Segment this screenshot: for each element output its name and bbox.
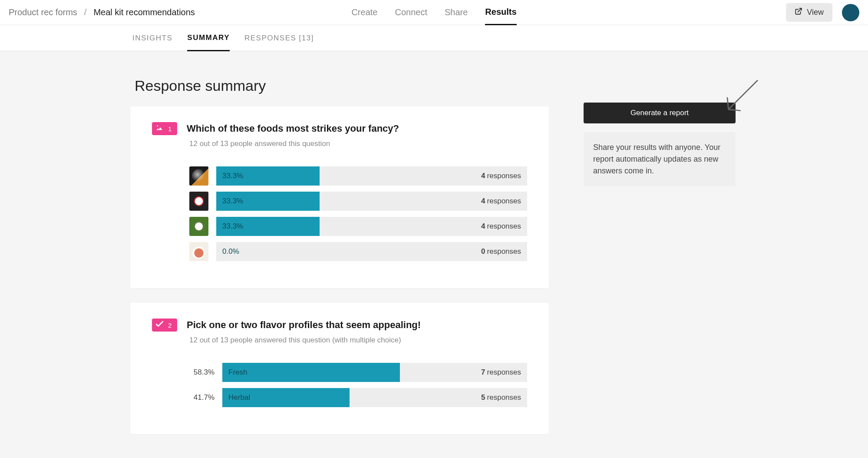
option-label: Fresh bbox=[228, 368, 247, 377]
question-badge: 1 bbox=[152, 122, 177, 135]
annotation-arrow-icon bbox=[720, 77, 762, 116]
question-options: 58.3% Fresh 7responses 41.7% bbox=[189, 363, 527, 407]
option-thumbnail[interactable] bbox=[189, 166, 208, 186]
breadcrumb: Product rec forms / Meal kit recommendat… bbox=[9, 7, 195, 17]
question-card-2: 2 Pick one or two flavor profiles that s… bbox=[130, 303, 549, 434]
option-responses: 4responses bbox=[481, 172, 521, 180]
question-subtitle: 12 out of 13 people answered this questi… bbox=[189, 336, 527, 345]
option-responses: 5responses bbox=[481, 393, 521, 402]
subtab-responses[interactable]: RESPONSES [13] bbox=[244, 25, 314, 51]
main-column: Response summary 1 Which of these foods … bbox=[130, 69, 549, 449]
option-bar[interactable]: 33.3% 4responses bbox=[216, 192, 527, 211]
option-row: 58.3% Fresh 7responses bbox=[189, 363, 527, 382]
top-header: Product rec forms / Meal kit recommendat… bbox=[0, 0, 868, 25]
svg-line-1 bbox=[729, 80, 758, 110]
question-title: Pick one or two flavor profiles that see… bbox=[187, 319, 421, 331]
option-responses: 0responses bbox=[481, 247, 521, 256]
option-responses: 4responses bbox=[481, 197, 521, 206]
option-bar[interactable]: Herbal 5responses bbox=[222, 388, 527, 407]
side-column: Generate a report Share your results wit… bbox=[584, 103, 736, 186]
option-percent: 58.3% bbox=[189, 368, 215, 377]
option-percent: 41.7% bbox=[189, 393, 215, 402]
content-wrap: Response summary 1 Which of these foods … bbox=[130, 69, 868, 449]
view-button-label: View bbox=[807, 8, 824, 17]
page-body: Response summary 1 Which of these foods … bbox=[0, 51, 868, 458]
option-thumbnail[interactable] bbox=[189, 242, 208, 261]
option-percent: 0.0% bbox=[222, 247, 239, 256]
option-responses: 4responses bbox=[481, 222, 521, 231]
tab-results[interactable]: Results bbox=[485, 0, 516, 25]
option-responses: 7responses bbox=[481, 368, 521, 377]
option-bar[interactable]: 0.0% 0responses bbox=[216, 242, 527, 261]
breadcrumb-separator: / bbox=[84, 7, 87, 17]
page-title: Response summary bbox=[135, 77, 549, 94]
external-link-icon bbox=[795, 7, 802, 17]
question-options: 33.3% 4responses 33.3% 4response bbox=[189, 166, 527, 261]
option-row: 33.3% 4responses bbox=[189, 217, 527, 236]
option-bar[interactable]: 33.3% 4responses bbox=[216, 217, 527, 236]
option-bar[interactable]: 33.3% 4responses bbox=[216, 166, 527, 186]
option-percent: 33.3% bbox=[222, 172, 243, 180]
breadcrumb-parent[interactable]: Product rec forms bbox=[9, 7, 77, 17]
question-subtitle: 12 out of 13 people answered this questi… bbox=[189, 139, 527, 148]
header-right: View bbox=[786, 3, 859, 22]
avatar[interactable] bbox=[842, 4, 859, 21]
option-row: 41.7% Herbal 5responses bbox=[189, 388, 527, 407]
option-label: Herbal bbox=[228, 393, 250, 402]
option-thumbnail[interactable] bbox=[189, 192, 208, 211]
subtab-insights[interactable]: INSIGHTS bbox=[132, 25, 172, 51]
svg-line-0 bbox=[798, 8, 802, 12]
sub-tabs: INSIGHTS SUMMARY RESPONSES [13] bbox=[0, 25, 868, 51]
breadcrumb-current: Meal kit recommendations bbox=[93, 7, 195, 17]
question-title: Which of these foods most strikes your f… bbox=[187, 123, 399, 134]
option-percent: 33.3% bbox=[222, 197, 243, 206]
report-tip: Share your results with anyone. Your rep… bbox=[584, 132, 736, 186]
primary-tabs: Create Connect Share Results bbox=[351, 0, 516, 25]
picture-choice-icon bbox=[155, 125, 164, 133]
question-badge: 2 bbox=[152, 319, 177, 332]
question-number: 2 bbox=[168, 322, 172, 329]
tab-create[interactable]: Create bbox=[351, 0, 377, 25]
tab-share[interactable]: Share bbox=[445, 0, 468, 25]
question-header: 1 Which of these foods most strikes your… bbox=[152, 122, 527, 135]
option-row: 33.3% 4responses bbox=[189, 192, 527, 211]
check-icon bbox=[155, 321, 164, 329]
option-row: 33.3% 4responses bbox=[189, 166, 527, 186]
tab-connect[interactable]: Connect bbox=[395, 0, 427, 25]
subtab-summary[interactable]: SUMMARY bbox=[187, 26, 230, 51]
question-header: 2 Pick one or two flavor profiles that s… bbox=[152, 319, 527, 332]
option-row: 0.0% 0responses bbox=[189, 242, 527, 261]
option-percent: 33.3% bbox=[222, 222, 243, 231]
question-card-1: 1 Which of these foods most strikes your… bbox=[130, 106, 549, 288]
generate-report-button[interactable]: Generate a report bbox=[584, 103, 736, 123]
view-button[interactable]: View bbox=[786, 3, 832, 22]
question-number: 1 bbox=[168, 125, 172, 133]
option-thumbnail[interactable] bbox=[189, 217, 208, 236]
option-bar[interactable]: Fresh 7responses bbox=[222, 363, 527, 382]
